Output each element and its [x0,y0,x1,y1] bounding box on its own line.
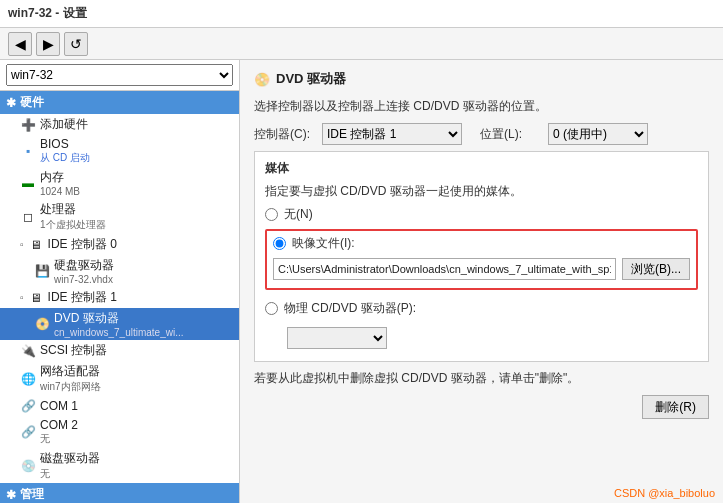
controller-row: 控制器(C): IDE 控制器 1 位置(L): 0 (使用中) [254,123,709,145]
image-radio[interactable] [273,237,286,250]
memory-icon: ▬ [20,175,36,191]
sidebar-item-hdd[interactable]: 💾 硬盘驱动器 win7-32.vhdx [0,255,239,287]
note-text: 若要从此虚拟机中删除虚拟 CD/DVD 驱动器，请单击"删除"。 [254,370,709,387]
cpu-sub: 1个虚拟处理器 [40,218,106,232]
dvd-panel-icon: 📀 [254,71,270,87]
hdd-icon: 💾 [34,263,50,279]
vm-dropdown[interactable]: win7-32 [6,64,233,86]
management-collapse-icon: ✱ [6,488,16,502]
location-label: 位置(L): [480,126,540,143]
com2-label: COM 2 [40,418,78,432]
controller-select[interactable]: IDE 控制器 1 [322,123,462,145]
network-sub: win7内部网络 [40,380,101,394]
physical-radio-row: 物理 CD/DVD 驱动器(P): [265,300,698,317]
ide1-label: IDE 控制器 1 [48,289,117,306]
physical-label: 物理 CD/DVD 驱动器(P): [284,300,416,317]
media-section-title: 媒体 [265,160,698,177]
none-radio-row: 无(N) [265,206,698,223]
scsi-label: SCSI 控制器 [40,342,107,359]
add-hardware-label: 添加硬件 [40,116,88,133]
back-button[interactable]: ◀ [8,32,32,56]
com1-label: COM 1 [40,399,78,413]
cpu-icon: ◻ [20,209,36,225]
panel-title-text: DVD 驱动器 [276,70,346,88]
sidebar-item-bios[interactable]: ▪ BIOS 从 CD 启动 [0,135,239,167]
dvd-sub: cn_windows_7_ultimate_wi... [54,327,184,338]
sidebar-item-diskdrive[interactable]: 💿 磁盘驱动器 无 [0,448,239,483]
location-select[interactable]: 0 (使用中) [548,123,648,145]
image-radio-row: 映像文件(I): [273,235,690,252]
add-hardware-icon: ➕ [20,117,36,133]
toolbar: ◀ ▶ ↺ [0,28,723,60]
hardware-section-header[interactable]: ✱ 硬件 [0,91,239,114]
com2-icon: 🔗 [20,424,36,440]
image-file-box: 映像文件(I): 浏览(B)... [265,229,698,290]
com2-sub: 无 [40,432,78,446]
ide0-expand: ▫ [20,239,24,250]
physical-section: 物理 CD/DVD 驱动器(P): [265,296,698,353]
ide0-icon: 🖥 [28,237,44,253]
none-radio[interactable] [265,208,278,221]
title-bar: win7-32 - 设置 [0,0,723,28]
sidebar-item-add-hardware[interactable]: ➕ 添加硬件 [0,114,239,135]
memory-label: 内存 [40,169,80,186]
browse-button[interactable]: 浏览(B)... [622,258,690,280]
bios-label: BIOS [40,137,90,151]
sidebar-item-ide1[interactable]: ▫ 🖥 IDE 控制器 1 [0,287,239,308]
image-file-label: 映像文件(I): [292,235,355,252]
bios-sub: 从 CD 启动 [40,151,90,165]
cpu-label: 处理器 [40,201,106,218]
management-label: 管理 [20,486,44,503]
sidebar-item-memory[interactable]: ▬ 内存 1024 MB [0,167,239,199]
image-path-input[interactable] [273,258,616,280]
com1-icon: 🔗 [20,398,36,414]
network-icon: 🌐 [20,371,36,387]
bios-icon: ▪ [20,143,36,159]
hdd-sub: win7-32.vhdx [54,274,114,285]
controller-label: 控制器(C): [254,126,314,143]
delete-button[interactable]: 删除(R) [642,395,709,419]
image-path-row: 浏览(B)... [273,258,690,280]
hdd-label: 硬盘驱动器 [54,257,114,274]
watermark: CSDN @xia_biboluo [614,487,715,499]
diskdrive-label: 磁盘驱动器 [40,450,100,467]
sidebar-item-cpu[interactable]: ◻ 处理器 1个虚拟处理器 [0,199,239,234]
memory-sub: 1024 MB [40,186,80,197]
management-section-header[interactable]: ✱ 管理 [0,483,239,503]
bios-label-wrap: BIOS 从 CD 启动 [40,137,90,165]
network-label: 网络适配器 [40,363,101,380]
media-description: 指定要与虚拟 CD/DVD 驱动器一起使用的媒体。 [265,183,698,200]
panel-description: 选择控制器以及控制器上连接 CD/DVD 驱动器的位置。 [254,98,709,115]
vm-selector[interactable]: win7-32 [0,60,239,91]
diskdrive-sub: 无 [40,467,100,481]
diskdrive-icon: 💿 [20,458,36,474]
physical-drive-select[interactable] [287,327,387,349]
sidebar-item-com2[interactable]: 🔗 COM 2 无 [0,416,239,448]
physical-radio[interactable] [265,302,278,315]
refresh-button[interactable]: ↺ [64,32,88,56]
sidebar-item-network[interactable]: 🌐 网络适配器 win7内部网络 [0,361,239,396]
hardware-label: 硬件 [20,94,44,111]
ide0-label: IDE 控制器 0 [48,236,117,253]
scsi-icon: 🔌 [20,343,36,359]
sidebar-item-scsi[interactable]: 🔌 SCSI 控制器 [0,340,239,361]
sidebar-item-ide0[interactable]: ▫ 🖥 IDE 控制器 0 [0,234,239,255]
collapse-icon: ✱ [6,96,16,110]
main-container: win7-32 ✱ 硬件 ➕ 添加硬件 ▪ BIOS 从 CD 启动 ▬ 内存 … [0,60,723,503]
forward-button[interactable]: ▶ [36,32,60,56]
right-panel: 📀 DVD 驱动器 选择控制器以及控制器上连接 CD/DVD 驱动器的位置。 控… [240,60,723,503]
ide1-expand: ▫ [20,292,24,303]
sidebar-item-dvd[interactable]: 📀 DVD 驱动器 cn_windows_7_ultimate_wi... [0,308,239,340]
panel-title: 📀 DVD 驱动器 [254,70,709,88]
dvd-icon: 📀 [34,316,50,332]
sidebar: win7-32 ✱ 硬件 ➕ 添加硬件 ▪ BIOS 从 CD 启动 ▬ 内存 … [0,60,240,503]
none-label: 无(N) [284,206,313,223]
sidebar-item-com1[interactable]: 🔗 COM 1 [0,396,239,416]
ide1-icon: 🖥 [28,290,44,306]
dvd-label: DVD 驱动器 [54,310,184,327]
title-text: win7-32 - 设置 [8,5,87,22]
media-section: 媒体 指定要与虚拟 CD/DVD 驱动器一起使用的媒体。 无(N) 映像文件(I… [254,151,709,362]
